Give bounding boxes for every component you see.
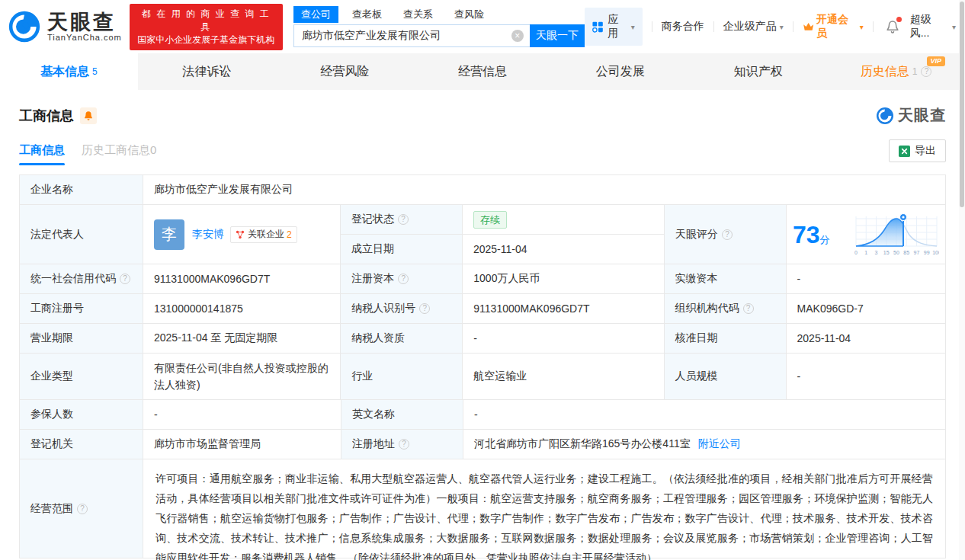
divider [873,21,874,32]
svg-text:1: 1 [864,250,867,255]
divider [652,21,652,32]
label-text: 统一社会信用代码 [30,272,116,286]
subtab-history-business-info[interactable]: 历史工商信息0 [82,143,156,165]
label-text: 组织机构代码 [675,302,739,315]
monitor-bell-icon[interactable] [80,107,97,124]
tab-company-development[interactable]: 公司发展 [551,53,689,90]
tab-basic-info[interactable]: 基本信息 5 [0,53,138,90]
tab-operation-risk[interactable]: 经营风险 [276,53,414,90]
nearby-companies-link[interactable]: 附近公司 [698,437,741,451]
reg-status-value: 存续 [463,205,664,234]
reg-address-value: 河北省廊坊市广阳区新华路165号办公楼411室 附近公司 [463,430,945,459]
establish-date-value: 2025-11-04 [463,235,664,264]
tab-intellectual-property[interactable]: 知识产权 [689,53,827,90]
chevron-down-icon: ▾ [860,23,864,31]
english-name-value: - [463,400,945,429]
help-icon[interactable]: ? [398,214,409,225]
related-network-icon [236,230,245,239]
scrollbar-thumb[interactable] [960,2,964,207]
search-tab-risk[interactable]: 查风险 [447,6,492,23]
notification-dot [896,17,902,22]
help-icon[interactable]: ? [120,274,130,284]
search-input[interactable] [293,24,530,47]
vip-crown-icon [803,21,814,32]
search-tab-company[interactable]: 查公司 [293,6,338,23]
label-text: 注册地址 [352,437,395,451]
tianyancha-company-page: 天眼查 TianYanCha.com 都 在 用 的 商 业 查 询 工 具 国… [0,0,965,560]
business-scope-label: 经营范围 ? [20,459,143,558]
tab-label: 经营风险 [320,64,369,80]
tab-count: 1 [912,66,918,77]
enterprise-product-label: 企业级产品 [723,20,777,34]
super-risk-label: 超级风... [910,13,949,40]
tab-business-info[interactable]: 经营信息 [414,53,552,90]
svg-text:15: 15 [883,250,890,255]
scrollbar-track [959,0,965,560]
table-subrow: 登记状态 ? 存续 [341,205,664,235]
export-button[interactable]: 导出 [889,139,946,162]
related-companies-label: 关联企业 [248,228,284,241]
table-subrow: 成立日期 2025-11-04 [341,235,664,264]
related-companies-badge[interactable]: 关联企业 2 [230,226,297,243]
industry-value: 航空运输业 [463,354,664,399]
taxpayer-id-value: 91131000MAK096GD7T [463,294,664,323]
insured-count-label: 参保人数 [20,400,143,429]
label-text: 登记状态 [351,213,394,226]
apps-label: 应用 [608,13,628,40]
watermark-text: 天眼查 [898,105,946,126]
tyc-score-label: 天眼评分 ? [665,205,787,264]
excel-icon [899,146,910,157]
menu-super-risk[interactable]: 超级风... ▾ [910,13,956,40]
approval-date-value: 2025-11-04 [787,324,945,353]
apps-grid-icon [592,21,603,33]
svg-text:3: 3 [875,250,878,255]
help-icon[interactable]: ? [722,229,733,240]
svg-text:85: 85 [903,250,909,255]
address-text: 河北省廊坊市广阳区新华路165号办公楼411室 [474,437,691,451]
subtab-business-info[interactable]: 工商信息 [19,143,65,165]
legal-rep-name-link[interactable]: 李安博 [192,228,224,242]
search-tab-relation[interactable]: 查关系 [396,6,441,23]
table-row: 经营范围 ? 许可项目：通用航空服务；商业非运输、私用大型航空器运营人、航空器代… [20,459,945,558]
taxpayer-qualification-label: 纳税人资质 [341,324,463,353]
table-row: 企业类型 有限责任公司(非自然人投资或控股的法人独资) 行业 航空运输业 人员规… [20,354,945,400]
bell-glyph [84,110,93,121]
search-button[interactable]: 天眼一下 [530,24,585,47]
open-vip-label: 开通会员 [816,13,858,40]
menu-open-vip[interactable]: 开通会员 ▾ [803,13,864,40]
table-row: 企业名称 廊坊市低空产业发展有限公司 [20,175,945,205]
tianyancha-logo[interactable]: 天眼查 TianYanCha.com [8,10,122,43]
business-scope-value: 许可项目：通用航空服务；商业非运输、私用大型航空器运营人、航空器代管人运行业务；… [143,459,945,558]
help-icon[interactable]: ? [398,274,409,284]
status-badge: 存续 [473,211,507,229]
help-icon[interactable]: ? [921,66,931,77]
english-name-label: 英文名称 [341,400,463,429]
section-title: 工商信息 [19,107,74,125]
legal-rep-avatar[interactable]: 李 [154,219,184,250]
table-row: 法定代表人 李 李安博 关联企业 2 [20,205,945,264]
menu-enterprise-product[interactable]: 企业级产品 ▾ [723,20,784,34]
help-icon[interactable]: ? [399,439,409,450]
search-tab-boss[interactable]: 查老板 [345,6,390,23]
help-icon[interactable]: ? [743,303,754,314]
search-area: 查公司 查老板 查关系 查风险 × 天眼一下 [293,6,585,47]
tab-label: 公司发展 [596,64,645,80]
menu-business-cooperation[interactable]: 商务合作 [662,20,704,34]
help-icon[interactable]: ? [77,504,88,514]
tab-history-info[interactable]: VIP 历史信息 1 ? [827,53,965,90]
clear-search-icon[interactable]: × [511,30,524,42]
top-menu: 应用 ▾ 商务合作 企业级产品 ▾ 开通会员 ▾ [585,8,956,46]
subtab-row: 工商信息 历史工商信息0 导出 [0,126,965,165]
search-tabs: 查公司 查老板 查关系 查风险 [293,6,585,23]
chevron-down-icon: ▾ [780,23,784,31]
taxpayer-qualification-value: - [463,324,664,353]
tab-count: 5 [92,66,98,77]
notification-bell-icon[interactable] [886,18,899,36]
watermark-logo: 天眼查 [876,105,946,126]
related-companies-count: 2 [287,229,292,240]
help-icon[interactable]: ? [419,303,430,314]
svg-text:50: 50 [893,250,899,255]
table-row: 营业期限 2025-11-04 至 无固定期限 纳税人资质 - 核准日期 202… [20,324,945,354]
tab-legal-litigation[interactable]: 法律诉讼 [138,53,276,90]
apps-menu[interactable]: 应用 ▾ [585,8,643,46]
